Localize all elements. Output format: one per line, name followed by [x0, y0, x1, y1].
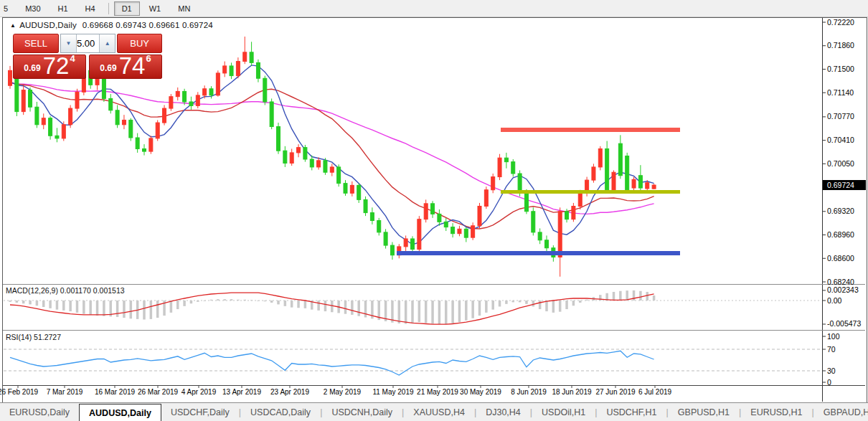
macd-histogram-bar — [150, 301, 153, 319]
candle-body — [109, 98, 113, 110]
ohlc-values: 0.69668 0.69743 0.69661 0.69724 — [82, 21, 213, 29]
price-axis-label: 0.71140 — [827, 88, 854, 97]
date-axis-label: 7 Mar 2019 — [47, 388, 83, 396]
chart-title: ▲AUDUSD,Daily0.69668 0.69743 0.69661 0.6… — [10, 21, 213, 29]
candle-body — [612, 172, 615, 190]
candle-body — [297, 148, 301, 153]
tab-usdchf-h1[interactable]: USDCHF,H1 — [597, 403, 666, 421]
macd-histogram-bar — [431, 301, 434, 324]
macd-histogram-bar — [223, 299, 226, 301]
macd-histogram-bar — [264, 301, 267, 301]
macd-histogram-bar — [465, 301, 468, 321]
macd-histogram-bar — [217, 299, 220, 301]
price-axis-label: 0.71860 — [827, 41, 854, 49]
volume-increase-icon[interactable]: ▲ — [99, 34, 115, 52]
candle-body — [431, 204, 435, 214]
date-axis-label: 26 Mar 2019 — [138, 388, 179, 396]
candle-body — [270, 102, 273, 127]
macd-histogram-bar — [62, 301, 65, 311]
date-axis-label: 30 May 2019 — [460, 388, 501, 396]
volume-decrease-icon[interactable]: ▼ — [61, 34, 77, 52]
macd-histogram-bar — [244, 300, 247, 301]
candle-body — [504, 158, 508, 161]
candle-body — [572, 206, 575, 219]
sell-price-small: 0.69 — [24, 63, 40, 73]
macd-histogram-bar — [646, 292, 649, 301]
buy-price-box[interactable]: 0.69 74 6 — [89, 55, 162, 79]
candle-body — [451, 227, 455, 234]
candle-body — [484, 190, 488, 207]
macd-histogram-bar — [639, 291, 642, 301]
price-axis-label: 0.70770 — [827, 112, 854, 120]
candle-body — [95, 79, 99, 85]
toolbar-separator — [108, 3, 109, 14]
macd-histogram-bar — [559, 301, 562, 312]
macd-histogram-bar — [22, 301, 25, 303]
macd-histogram-bar — [237, 300, 240, 301]
candle-body — [62, 125, 65, 138]
symbol-tabbar: EURUSD,DailyAUDUSD,DailyUSDCHF,Daily|USD… — [0, 402, 868, 421]
date-axis-label: 11 May 2019 — [372, 388, 414, 396]
timeframe-button-w1[interactable]: W1 — [141, 1, 169, 16]
sell-button[interactable]: SELL — [13, 34, 59, 53]
timeframe-button-5[interactable]: 5 — [0, 1, 16, 16]
candle-body — [22, 90, 25, 112]
volume-input[interactable]: 5.00 — [77, 34, 99, 52]
price-axis-label: 0.68240 — [827, 278, 854, 286]
tab-eurusd-daily[interactable]: EURUSD,Daily — [0, 403, 79, 421]
macd-histogram-bar — [405, 301, 407, 324]
candle-body — [35, 107, 39, 125]
sell-price-box[interactable]: 0.69 72 4 — [13, 55, 86, 79]
candle-body — [256, 62, 260, 78]
candle-body — [478, 206, 481, 225]
timeframe-button-mn[interactable]: MN — [170, 1, 198, 16]
candle-body — [411, 239, 415, 250]
macd-histogram-bar — [491, 301, 494, 310]
timeframe-button-h1[interactable]: H1 — [50, 1, 76, 16]
macd-histogram-bar — [357, 301, 360, 316]
macd-histogram-bar — [277, 301, 280, 304]
tab-usdcad-daily[interactable]: USDCAD,Daily — [241, 403, 320, 421]
macd-histogram-bar — [270, 301, 273, 303]
timeframe-button-m30[interactable]: M30 — [17, 1, 48, 16]
macd-histogram-bar — [411, 301, 414, 323]
tab-usdoil-h1[interactable]: USDOil,H1 — [532, 403, 595, 421]
macd-axis-label: 0.002343 — [827, 285, 859, 294]
tab-gbpaud-h1[interactable]: GBPAUD,H1 — [814, 403, 868, 421]
candle-body — [545, 240, 549, 248]
timeframe-toolbar: 5M30H1H4D1W1MN — [0, 0, 868, 17]
tab-gbpusd-h1[interactable]: GBPUSD,H1 — [669, 403, 739, 421]
timeframe-button-h4[interactable]: H4 — [77, 1, 103, 16]
price-axis-label: 0.68960 — [827, 230, 854, 239]
buy-button[interactable]: BUY — [117, 34, 162, 53]
candle-body — [598, 148, 602, 166]
tab-eurusd-h1[interactable]: EURUSD,H1 — [741, 403, 811, 421]
macd-histogram-bar — [210, 300, 213, 301]
macd-histogram-bar — [438, 301, 441, 324]
candle-body — [176, 91, 179, 96]
candle-body — [115, 110, 119, 125]
tab-dj30-h4[interactable]: DJ30,H4 — [476, 403, 530, 421]
tab-audusd-daily[interactable]: AUDUSD,Daily — [79, 404, 161, 421]
macd-histogram-bar — [565, 301, 568, 309]
timeframe-button-d1[interactable]: D1 — [114, 1, 140, 16]
candle-body — [55, 136, 59, 138]
macd-histogram-bar — [525, 301, 528, 304]
macd-histogram-bar — [176, 301, 179, 309]
tab-usdcnh-daily[interactable]: USDCNH,Daily — [322, 403, 402, 421]
macd-histogram-bar — [76, 301, 79, 313]
macd-histogram-bar — [203, 301, 206, 301]
candle-body — [230, 66, 233, 76]
candle-body — [189, 102, 193, 105]
candle-body — [250, 52, 253, 63]
candle-body — [149, 138, 153, 151]
tab-xauusd-h4[interactable]: XAUUSD,H4 — [404, 403, 474, 421]
rsi-axis-label: 30 — [827, 366, 836, 375]
macd-histogram-bar — [519, 301, 522, 302]
collapse-icon[interactable]: ▲ — [10, 22, 16, 29]
date-axis-label: 18 Jun 2019 — [552, 388, 591, 396]
ma-fast-line — [10, 65, 654, 245]
rsi-axis-label: 100 — [827, 332, 840, 341]
tab-usdchf-daily[interactable]: USDCHF,Daily — [161, 403, 239, 421]
candle-body — [243, 52, 247, 62]
